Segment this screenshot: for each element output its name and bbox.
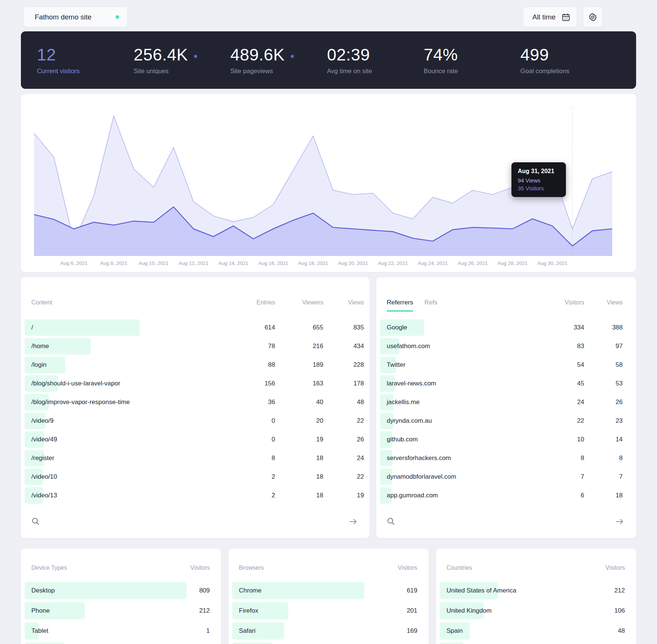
- content-row[interactable]: /blog/improve-vapor-response-time364048: [21, 393, 370, 412]
- bottom-panel-title: Countries: [436, 565, 584, 571]
- bottom-row-label: United States of America: [436, 587, 584, 594]
- content-row[interactable]: /register81824: [21, 449, 370, 468]
- content-row[interactable]: /video/902022: [21, 412, 370, 430]
- content-row[interactable]: /video/1021822: [21, 468, 370, 486]
- content-title: Content: [21, 299, 227, 306]
- content-views-value: 22: [323, 473, 364, 481]
- bottom-row[interactable]: Phone212: [21, 601, 221, 621]
- x-axis-tick-label: Aug 30, 2021: [538, 260, 567, 266]
- stat-item: 256.4KSite uniques: [134, 45, 230, 75]
- stat-value: 256.4K: [134, 45, 188, 65]
- referrer-row[interactable]: dynamodbforlaravel.com77: [376, 468, 636, 486]
- site-selector[interactable]: Fathom demo site: [23, 7, 128, 27]
- tooltip-date: Aug 31, 2021: [518, 168, 560, 175]
- content-entries-value: 2: [227, 492, 275, 499]
- bottom-row[interactable]: Desktop809: [21, 581, 221, 601]
- referrer-visitors-value: 83: [547, 343, 584, 350]
- tooltip-views: 94 Views: [518, 177, 560, 184]
- col-entries: Entries: [227, 299, 275, 306]
- content-viewers-value: 20: [275, 417, 323, 425]
- content-views-value: 22: [323, 417, 364, 425]
- referrer-row[interactable]: usefathom.com8397: [376, 337, 636, 356]
- stat-dot-icon: [291, 55, 294, 58]
- date-range-button[interactable]: All time: [523, 7, 577, 27]
- referrer-visitors-value: 7: [547, 473, 584, 481]
- referrer-row[interactable]: Google334388: [376, 318, 636, 337]
- content-row[interactable]: /video/4901926: [21, 430, 370, 449]
- tab-referrers[interactable]: Referrers: [387, 299, 413, 306]
- stats-summary-bar: 12Current visitors256.4KSite uniques489.…: [21, 31, 636, 89]
- col-visitors: Visitors: [547, 299, 584, 306]
- stat-value-row: 74%: [424, 45, 520, 65]
- referrer-row[interactable]: app.gumroad.com618: [376, 486, 636, 505]
- referrer-row[interactable]: github.com1014: [376, 430, 636, 449]
- bottom-row[interactable]: Firefox201: [228, 601, 429, 621]
- x-axis-tick-label: Aug 8, 2021: [100, 260, 127, 266]
- referrer-name: laravel-news.com: [376, 380, 547, 387]
- content-row[interactable]: /blog/should-i-use-laravel-vapor15616317…: [21, 374, 370, 393]
- content-views-value: 24: [323, 454, 364, 462]
- content-row[interactable]: /614655835: [21, 318, 370, 337]
- bottom-panel-value-header: Visitors: [169, 565, 210, 571]
- referrer-views-value: 97: [584, 343, 623, 350]
- bottom-row[interactable]: Safari169: [228, 621, 429, 641]
- content-path: /blog/should-i-use-laravel-vapor: [21, 380, 227, 387]
- stat-item: 74%Bounce rate: [424, 45, 520, 75]
- stat-item: 12Current visitors: [37, 45, 134, 75]
- content-views-value: 228: [323, 361, 364, 369]
- referrer-row[interactable]: laravel-news.com4553: [376, 374, 636, 393]
- bottom-row-label: Spain: [436, 627, 584, 635]
- bottom-row[interactable]: United States of America212: [436, 581, 636, 601]
- site-name: Fathom demo site: [35, 13, 91, 21]
- referrers-search-button[interactable]: [387, 517, 395, 525]
- referrers-panel: ReferrersRefs Visitors Views Google33438…: [376, 277, 636, 538]
- content-path: /video/9: [21, 417, 227, 425]
- referrer-row[interactable]: jackellis.me2426: [376, 393, 636, 412]
- referrer-views-value: 58: [584, 361, 623, 369]
- stat-label: Bounce rate: [424, 68, 520, 75]
- referrer-visitors-value: 334: [547, 324, 584, 331]
- content-row[interactable]: /login88189228: [21, 356, 370, 374]
- content-row[interactable]: /video/1321819: [21, 486, 370, 505]
- bottom-row[interactable]: Tablet1: [21, 621, 221, 641]
- referrer-name: dynamodbforlaravel.com: [376, 473, 547, 481]
- bottom-row[interactable]: Chrome619: [228, 581, 429, 601]
- top-bar: Fathom demo site All time: [21, 7, 636, 27]
- bottom-row-label: Phone: [21, 607, 169, 615]
- content-entries-value: 78: [227, 343, 275, 350]
- content-viewers-value: 216: [275, 343, 323, 350]
- content-entries-value: 36: [227, 398, 275, 406]
- content-path: /register: [21, 454, 227, 462]
- date-range-label: All time: [532, 13, 555, 21]
- referrers-more-button[interactable]: [615, 518, 624, 525]
- row-bar: [25, 643, 65, 644]
- content-entries-value: 2: [227, 473, 275, 481]
- referrer-views-value: 388: [584, 324, 623, 331]
- content-search-button[interactable]: [31, 517, 40, 525]
- settings-button[interactable]: [583, 7, 602, 27]
- referrer-row[interactable]: serversforhackers.com88: [376, 449, 636, 468]
- stat-label: Site pageviews: [230, 68, 327, 75]
- bottom-row[interactable]: Spain48: [436, 621, 636, 641]
- bottom-row-value: 212: [584, 587, 625, 594]
- bottom-row-label: Safari: [228, 627, 376, 635]
- stat-dot-icon: [194, 55, 197, 58]
- stat-label: Goal completions: [520, 68, 617, 75]
- tab-refs[interactable]: Refs: [424, 299, 438, 306]
- bottom-panel-rows: Desktop809Phone212Tablet1: [21, 581, 221, 644]
- referrers-tabs: ReferrersRefs: [376, 299, 547, 306]
- referrer-visitors-value: 6: [547, 492, 584, 499]
- content-row[interactable]: /home78216434: [21, 337, 370, 356]
- bottom-row-value: 106: [584, 607, 625, 615]
- referrer-row[interactable]: Twitter5458: [376, 356, 636, 374]
- bottom-row[interactable]: United Kingdom106: [436, 601, 636, 621]
- countries-panel: CountriesVisitorsUnited States of Americ…: [436, 548, 636, 644]
- x-axis-tick-label: Aug 28, 2021: [498, 260, 527, 266]
- x-axis-tick-label: Aug 6, 2021: [60, 260, 87, 266]
- content-more-button[interactable]: [349, 518, 358, 525]
- content-entries-value: 88: [227, 361, 275, 369]
- content-path: /video/13: [21, 492, 227, 499]
- gear-icon: [588, 13, 597, 22]
- bottom-panel-header: Device TypesVisitors: [21, 561, 221, 575]
- referrer-row[interactable]: dyrynda.com.au2223: [376, 412, 636, 430]
